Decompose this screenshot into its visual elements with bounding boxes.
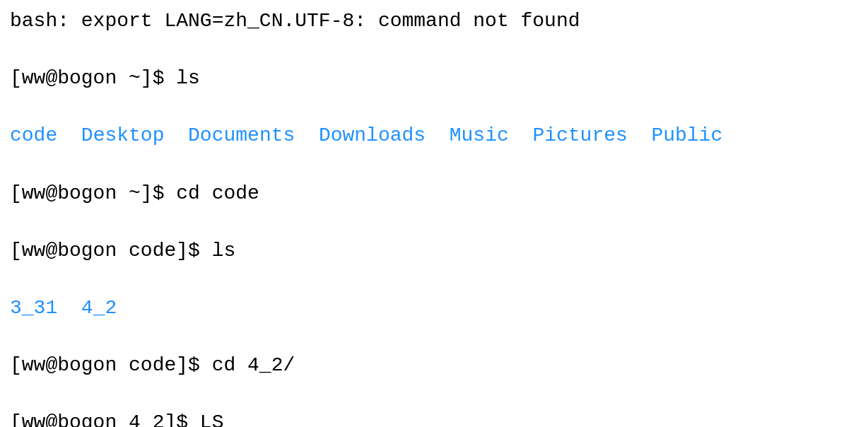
terminal-line: code Desktop Documents Downloads Music P…	[10, 122, 858, 151]
terminal-text: bash: export LANG=zh_CN.UTF-8: command n…	[10, 10, 580, 32]
terminal-line: [ww@bogon code]$ ls	[10, 237, 858, 266]
terminal-text	[57, 124, 81, 146]
terminal-text: 3_31	[10, 297, 57, 319]
terminal-text: Public	[651, 124, 722, 146]
terminal-text: 4_2	[81, 297, 117, 319]
terminal-text: Music	[450, 124, 509, 146]
terminal-text: [ww@bogon 4_2]$ LS	[10, 411, 223, 427]
terminal-line: bash: export LANG=zh_CN.UTF-8: command n…	[10, 7, 858, 36]
terminal-line: [ww@bogon 4_2]$ LS	[10, 409, 858, 427]
terminal-text: code	[10, 124, 57, 146]
terminal-line: [ww@bogon ~]$ ls	[10, 64, 858, 93]
terminal-text	[295, 124, 319, 146]
terminal-text: [ww@bogon code]$ ls	[10, 240, 235, 262]
terminal-text: [ww@bogon ~]$ cd code	[10, 182, 259, 204]
terminal-text: [ww@bogon code]$ cd 4_2/	[10, 354, 295, 376]
terminal-line: [ww@bogon ~]$ cd code	[10, 180, 858, 209]
terminal-line: 3_31 4_2	[10, 294, 858, 323]
terminal-text	[164, 124, 188, 146]
terminal[interactable]: bash: export LANG=zh_CN.UTF-8: command n…	[0, 0, 868, 427]
terminal-line: [ww@bogon code]$ cd 4_2/	[10, 351, 858, 380]
terminal-text	[426, 124, 450, 146]
terminal-text: Documents	[188, 124, 295, 146]
terminal-text	[509, 124, 533, 146]
terminal-text: Desktop	[81, 124, 165, 146]
terminal-text: Pictures	[532, 124, 627, 146]
terminal-text	[57, 297, 81, 319]
terminal-text: [ww@bogon ~]$ ls	[10, 67, 200, 89]
terminal-text	[628, 124, 652, 146]
terminal-text: Downloads	[319, 124, 426, 146]
